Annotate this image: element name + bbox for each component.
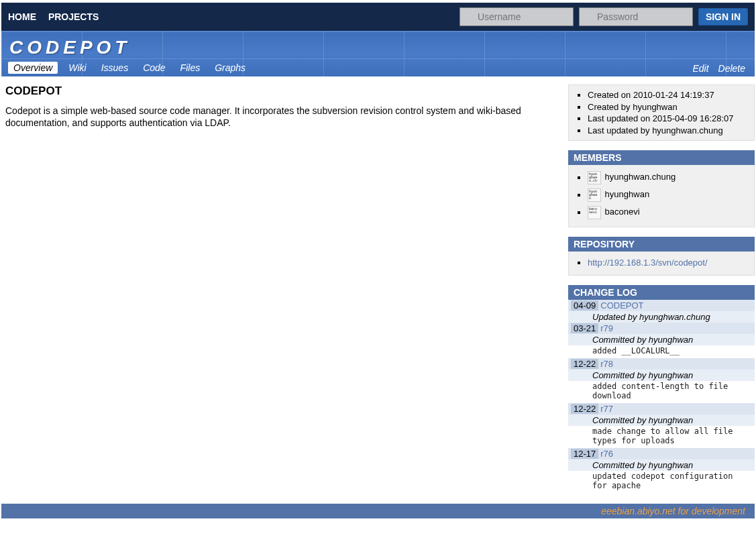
changelog-committer: Committed by hyunghwan [568,370,755,381]
changelog-rev[interactable]: r78 [600,359,613,369]
nav-projects[interactable]: PROJECTS [48,11,99,22]
changelog-date: 03-21 [571,323,598,333]
changelog-heading: CHANGE LOG [568,285,755,300]
members-heading: MEMBERS [568,150,755,165]
changelog-item: 03-21r79Committed by hyunghwanadded __LO… [568,323,755,358]
changelog-date: 12-22 [571,404,598,414]
changelog-item: 04-09CODEPOTUpdated by hyunghwan.chung [568,300,755,323]
changelog-message: made change to allow all file types for … [568,426,755,448]
changelog-committer: Committed by hyunghwan [568,414,755,426]
password-input[interactable] [579,7,693,26]
member-name: baconevi [602,207,640,217]
member-name: hyunghwan.chung [602,172,676,182]
info-created-on: Created on 2010-01-24 14:19:37 [588,89,751,101]
changelog-date: 12-22 [571,359,598,369]
changelog-rev[interactable]: r76 [600,449,613,459]
changelog-committer: Committed by hyunghwan [568,334,755,345]
password-wrap [579,7,693,26]
username-input[interactable] [460,7,574,26]
sidebar: Created on 2010-01-24 14:19:37 Created b… [568,85,755,493]
page-title: CODEPOT [5,85,551,98]
footer: eeebian.abiyo.net for development [1,504,755,518]
changelog-item: 12-22r77Committed by hyunghwanmade chang… [568,403,755,448]
avatar: hyun ghwa n [588,188,601,202]
changelog-committer: Committed by hyunghwan [568,459,755,471]
project-title: CODEPOT [1,32,755,58]
member-item: hyun ghwa n.ch hyunghwan.chung [588,169,751,186]
member-item: hyun ghwa n hyunghwan [588,186,751,204]
project-header: CODEPOT Overview Wiki Issues Code Files … [1,31,755,76]
changelog-date: 12-17 [571,449,598,459]
members-panel: hyun ghwa n.ch hyunghwan.chunghyun ghwa … [568,165,755,227]
changelog-message: updated codepot configuration for apache [568,471,755,493]
repository-heading: REPOSITORY [568,237,755,252]
member-name: hyunghwan [602,190,649,200]
info-created-by: Created by hyunghwan [588,101,751,113]
page-description: Codepot is a simple web-based source cod… [5,105,551,129]
tab-files[interactable]: Files [176,62,205,74]
nav-home[interactable]: HOME [8,11,36,22]
member-item: baco nevi baconevi [588,204,751,221]
action-edit[interactable]: Edit [692,63,708,74]
info-updated-by: Last updated by hyunghwan.chung [588,125,751,137]
tab-wiki[interactable]: Wiki [64,62,90,74]
avatar: hyun ghwa n.ch [588,171,601,184]
tab-overview[interactable]: Overview [8,62,58,74]
changelog-rev[interactable]: CODEPOT [600,300,643,311]
avatar: baco nevi [588,206,601,219]
username-wrap [460,7,574,26]
repository-panel: http://192.168.1.3/svn/codepot/ [568,252,755,276]
info-box: Created on 2010-01-24 14:19:37 Created b… [568,85,755,141]
top-navbar: HOME PROJECTS SIGN IN [1,3,755,31]
signin-button[interactable]: SIGN IN [698,8,748,25]
tab-code[interactable]: Code [139,62,169,74]
repository-link[interactable]: http://192.168.1.3/svn/codepot/ [588,258,708,268]
action-delete[interactable]: Delete [718,63,745,74]
changelog-item: 12-17r76Committed by hyunghwanupdated co… [568,448,755,493]
changelog-message: added __LOCALURL__ [568,345,755,358]
changelog-rev[interactable]: r79 [600,323,613,333]
changelog-item: 12-22r78Committed by hyunghwanadded cont… [568,358,755,403]
tab-issues[interactable]: Issues [97,62,132,74]
main-content: CODEPOT Codepot is a simple web-based so… [1,85,555,493]
changelog-message: added content-length to file download [568,381,755,403]
changelog-committer: Updated by hyunghwan.chung [568,311,755,323]
changelog-rev[interactable]: r77 [600,404,613,414]
changelog-panel: 04-09CODEPOTUpdated by hyunghwan.chung03… [568,300,755,493]
tab-graphs[interactable]: Graphs [211,62,250,74]
info-updated-on: Last updated on 2015-04-09 16:28:07 [588,113,751,125]
changelog-date: 04-09 [571,300,598,311]
